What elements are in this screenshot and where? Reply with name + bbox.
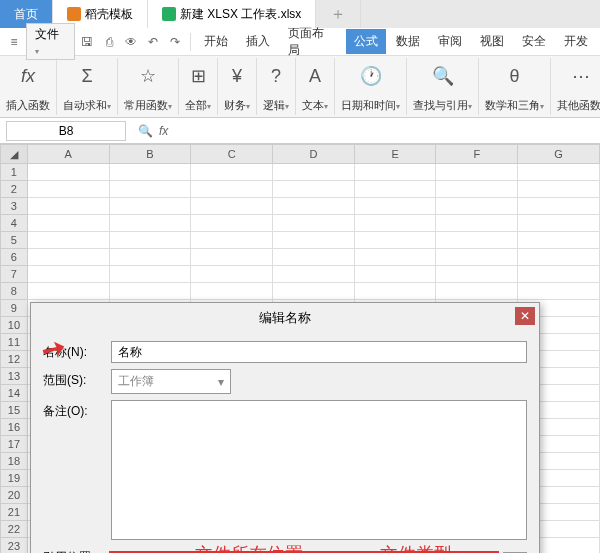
row-header[interactable]: 1 (1, 164, 28, 181)
select-all-corner[interactable]: ◢ (1, 145, 28, 164)
row-header[interactable]: 14 (1, 385, 28, 402)
chevron-down-icon: ▾ (218, 375, 224, 389)
ribbon: fx插入函数 Σ自动求和▾ ☆常用函数▾ ⊞全部▾ ¥财务▾ ?逻辑▾ A文本▾… (0, 56, 600, 118)
row-header[interactable]: 22 (1, 521, 28, 538)
col-header[interactable]: D (272, 145, 354, 164)
row-header[interactable]: 8 (1, 283, 28, 300)
row-header[interactable]: 12 (1, 351, 28, 368)
menu-dev[interactable]: 开发 (556, 29, 596, 54)
formula-bar: 🔍 fx (0, 118, 600, 144)
row-header[interactable]: 20 (1, 487, 28, 504)
col-header[interactable]: F (436, 145, 518, 164)
scope-select[interactable]: 工作簿 ▾ (111, 369, 231, 394)
ribbon-finance[interactable]: ¥财务▾ (218, 58, 257, 115)
ribbon-logic[interactable]: ?逻辑▾ (257, 58, 296, 115)
ribbon-autosum[interactable]: Σ自动求和▾ (57, 58, 118, 115)
fx-label[interactable]: fx (159, 124, 168, 138)
menu-security[interactable]: 安全 (514, 29, 554, 54)
menu-insert[interactable]: 插入 (238, 29, 278, 54)
text-icon: A (309, 60, 321, 92)
more-icon: ⋯ (572, 60, 590, 92)
col-header[interactable]: E (354, 145, 436, 164)
row-header[interactable]: 18 (1, 453, 28, 470)
ribbon-insert-function[interactable]: fx插入函数 (0, 58, 57, 115)
scope-value: 工作簿 (118, 373, 154, 390)
undo-icon[interactable]: ↶ (143, 32, 163, 52)
row-header[interactable]: 23 (1, 538, 28, 554)
menu-start[interactable]: 开始 (196, 29, 236, 54)
chevron-down-icon: ▾ (35, 47, 39, 56)
menu-layout[interactable]: 页面布局 (280, 21, 344, 63)
row-header[interactable]: 17 (1, 436, 28, 453)
close-button[interactable]: ✕ (515, 307, 535, 325)
tab-template-label: 稻壳模板 (85, 6, 133, 23)
col-header[interactable]: C (191, 145, 273, 164)
search-icon: 🔍 (432, 60, 454, 92)
menu-data[interactable]: 数据 (388, 29, 428, 54)
dialog-titlebar[interactable]: 编辑名称 ✕ (31, 303, 539, 333)
menu-formula[interactable]: 公式 (346, 29, 386, 54)
dialog-title-text: 编辑名称 (259, 310, 311, 325)
row-header[interactable]: 3 (1, 198, 28, 215)
ribbon-all[interactable]: ⊞全部▾ (179, 58, 218, 115)
app-menu-icon[interactable]: ≡ (4, 32, 24, 52)
sigma-icon: Σ (81, 60, 92, 92)
col-header[interactable]: G (518, 145, 600, 164)
remark-label: 备注(O): (43, 400, 105, 420)
row-header[interactable]: 15 (1, 402, 28, 419)
star-icon: ☆ (140, 60, 156, 92)
close-icon: ✕ (520, 309, 530, 323)
menu-view[interactable]: 视图 (472, 29, 512, 54)
row-header[interactable]: 4 (1, 215, 28, 232)
spreadsheet-area: ◢ A B C D E F G 1 2 3 4 5 6 7 8 9 10 11 … (0, 144, 600, 553)
separator (190, 33, 191, 51)
remark-textarea[interactable] (111, 400, 527, 540)
row-header[interactable]: 9 (1, 300, 28, 317)
row-header[interactable]: 6 (1, 249, 28, 266)
scope-label: 范围(S): (43, 369, 105, 389)
row-header[interactable]: 11 (1, 334, 28, 351)
file-menu[interactable]: 文件 ▾ (26, 23, 75, 60)
menu-bar: ≡ 文件 ▾ 🖫 ⎙ 👁 ↶ ↷ 开始 插入 页面布局 公式 数据 审阅 视图 … (0, 28, 600, 56)
name-input[interactable] (111, 341, 527, 363)
print-icon[interactable]: ⎙ (99, 32, 119, 52)
row-header[interactable]: 7 (1, 266, 28, 283)
name-box[interactable] (6, 121, 126, 141)
row-header[interactable]: 2 (1, 181, 28, 198)
ribbon-lookup[interactable]: 🔍查找与引用▾ (407, 58, 479, 115)
row-header[interactable]: 16 (1, 419, 28, 436)
preview-icon[interactable]: 👁 (121, 32, 141, 52)
row-header[interactable]: 13 (1, 368, 28, 385)
theta-icon: θ (509, 60, 519, 92)
fx-icon: fx (21, 60, 35, 92)
ribbon-other[interactable]: ⋯其他函数▾ (551, 58, 600, 115)
redo-icon[interactable]: ↷ (165, 32, 185, 52)
ribbon-common[interactable]: ☆常用函数▾ (118, 58, 179, 115)
edit-name-dialog: 编辑名称 ✕ 名称(N): 范围(S): 工作簿 ▾ 备注(O): 引用位置(R… (30, 302, 540, 553)
magnify-icon[interactable]: 🔍 (138, 124, 153, 138)
money-icon: ¥ (232, 60, 242, 92)
row-header[interactable]: 5 (1, 232, 28, 249)
ribbon-text[interactable]: A文本▾ (296, 58, 335, 115)
ref-label: 引用位置(R): (43, 546, 105, 553)
row-header[interactable]: 21 (1, 504, 28, 521)
name-label: 名称(N): (43, 341, 105, 361)
grid-icon: ⊞ (191, 60, 206, 92)
clock-icon: 🕐 (360, 60, 382, 92)
spreadsheet-icon (162, 7, 176, 21)
question-icon: ? (271, 60, 281, 92)
save-icon[interactable]: 🖫 (77, 32, 97, 52)
ribbon-math[interactable]: θ数学和三角▾ (479, 58, 551, 115)
row-header[interactable]: 10 (1, 317, 28, 334)
ribbon-datetime[interactable]: 🕐日期和时间▾ (335, 58, 407, 115)
col-header[interactable]: B (109, 145, 191, 164)
fire-icon (67, 7, 81, 21)
menu-review[interactable]: 审阅 (430, 29, 470, 54)
row-header[interactable]: 19 (1, 470, 28, 487)
col-header[interactable]: A (27, 145, 109, 164)
